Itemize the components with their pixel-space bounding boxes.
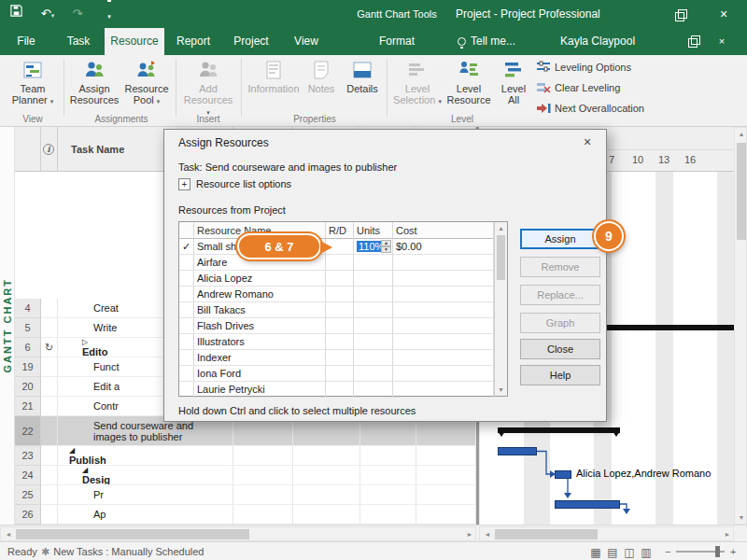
add-resources-button[interactable]: Add Resources ▾ (181, 57, 235, 111)
task-name-cell[interactable]: Ap (58, 505, 233, 525)
scrollbar-thumb[interactable] (737, 143, 746, 240)
view-team-planner-icon[interactable]: ◫ (622, 544, 637, 559)
row-number[interactable]: 24 (15, 466, 41, 485)
resource-row[interactable]: Flash Drives (179, 318, 494, 334)
information-button[interactable]: Information (247, 57, 301, 111)
scrollbar-thumb[interactable] (495, 529, 598, 539)
scrollbar-thumb[interactable] (16, 529, 249, 539)
scroll-right-icon[interactable]: ► (722, 531, 733, 538)
graph-button[interactable]: Graph (520, 313, 600, 333)
notes-button[interactable]: Notes (303, 57, 340, 111)
level-all-button[interactable]: Level All (495, 57, 532, 111)
tab-project[interactable]: Project (222, 28, 280, 55)
resource-row[interactable]: Laurie Petrycki (179, 382, 494, 398)
zoom-slider[interactable] (676, 551, 725, 553)
row-number[interactable]: 21 (15, 397, 41, 416)
new-tasks-status[interactable]: ✱New Tasks : Manually Scheduled (41, 542, 204, 560)
user-account[interactable]: Kayla Claypool (560, 28, 635, 55)
spinner-up-icon[interactable]: ▲ (381, 240, 391, 246)
gantt-horizontal-scrollbar[interactable]: ◄ ► (479, 526, 734, 541)
row-number-header[interactable] (15, 127, 41, 172)
close-pane-icon[interactable]: × (710, 28, 734, 55)
level-selection-button[interactable]: Level Selection ▾ (392, 57, 443, 111)
save-button[interactable] (4, 0, 28, 28)
restore-window-icon[interactable] (665, 0, 697, 28)
scroll-up-icon[interactable]: ▲ (735, 131, 747, 137)
zoom-slider-thumb[interactable] (715, 546, 720, 557)
leveling-options-button[interactable]: Leveling Options (536, 58, 676, 77)
resource-row[interactable]: Indexer (179, 350, 494, 366)
level-resource-button[interactable]: Level Resource (444, 57, 493, 111)
row-number[interactable]: 5 (15, 318, 41, 338)
task-name-cell[interactable]: ◢Publish (58, 446, 233, 466)
assign-button[interactable]: Assign (520, 229, 600, 249)
resource-row[interactable]: Andrew Romano (179, 287, 494, 302)
tab-task[interactable]: Task (52, 28, 105, 55)
resource-row[interactable]: Alicia Lopez (179, 271, 494, 287)
expand-triangle-icon[interactable]: ◢ (69, 446, 104, 455)
clear-leveling-button[interactable]: Clear Leveling (536, 78, 676, 97)
units-field[interactable]: 110% ▲▼ (354, 239, 393, 255)
resource-pool-button[interactable]: Resource Pool ▾ (121, 57, 172, 111)
spinner-down-icon[interactable]: ▼ (381, 246, 391, 253)
collapse-triangle-icon[interactable]: ▷ (82, 338, 106, 346)
view-usage-icon[interactable]: ▤ (605, 544, 620, 559)
row-number[interactable]: 20 (15, 377, 41, 397)
scroll-down-icon[interactable]: ▼ (495, 386, 507, 393)
view-sheet-icon[interactable]: ▥ (639, 544, 654, 559)
tab-format[interactable]: Format (347, 28, 446, 55)
scroll-left-icon[interactable]: ◄ (482, 531, 493, 538)
scroll-left-icon[interactable]: ◄ (3, 531, 14, 538)
scroll-right-icon[interactable]: ► (464, 531, 475, 538)
row-number[interactable]: 23 (15, 446, 41, 466)
replace-button[interactable]: Replace... (520, 285, 600, 305)
row-number[interactable]: 4 (15, 299, 41, 318)
row-number[interactable]: 19 (15, 357, 41, 377)
remove-button[interactable]: Remove (520, 257, 600, 277)
resource-row[interactable]: Iona Ford (179, 366, 494, 382)
customize-qat-button[interactable]: ▾ (97, 0, 121, 28)
task-name-cell[interactable]: Pr (58, 485, 233, 505)
zoom-in-button[interactable]: + (730, 542, 736, 560)
table-row[interactable]: 25 Pr (15, 485, 476, 505)
resource-row[interactable]: Illustrators (179, 334, 494, 350)
scroll-up-icon[interactable]: ▲ (495, 225, 507, 231)
help-button[interactable]: Help (520, 365, 600, 385)
table-row[interactable]: 26 Ap (15, 505, 476, 525)
row-number[interactable]: 22 (15, 416, 41, 446)
row-number[interactable]: 26 (15, 505, 41, 525)
resource-row-selected[interactable]: ✓ Small sh 110% ▲▼ $0.00 (179, 239, 494, 255)
popout-icon[interactable] (682, 28, 706, 55)
tab-file[interactable]: File (0, 28, 52, 55)
undo-button[interactable]: ↶▾ (34, 0, 62, 28)
zoom-out-button[interactable]: − (665, 542, 670, 560)
task-name-cell[interactable]: ◢Desig (58, 466, 233, 485)
tab-report[interactable]: Report (164, 28, 222, 55)
assign-resources-button[interactable]: Assign Resources (69, 57, 120, 111)
tab-resource[interactable]: Resource (105, 28, 164, 55)
row-number[interactable]: 25 (15, 485, 41, 505)
tell-me-button[interactable]: Tell me... (458, 28, 515, 55)
view-gantt-icon[interactable]: ▦ (588, 544, 603, 559)
scroll-down-icon[interactable]: ▼ (735, 514, 747, 521)
resource-row[interactable]: Bill Takacs (179, 302, 494, 318)
team-planner-button[interactable]: Team Planner ▾ (6, 57, 60, 111)
redo-button[interactable]: ↷ (65, 0, 90, 28)
dialog-close-icon[interactable]: × (573, 133, 601, 151)
table-horizontal-scrollbar[interactable]: ◄ ► (0, 526, 476, 541)
table-row[interactable]: 24 ◢Desig (15, 466, 476, 485)
units-spinner[interactable]: ▲▼ (381, 240, 391, 253)
row-number[interactable]: 6 (15, 338, 41, 357)
table-row[interactable]: 23 ◢Publish (15, 446, 476, 466)
expand-options-icon[interactable]: + (178, 178, 190, 190)
next-overallocation-button[interactable]: Next Overallocation (536, 99, 676, 118)
scrollbar-thumb[interactable] (497, 235, 505, 280)
indicator-column-header[interactable]: i (41, 127, 58, 172)
close-button[interactable]: Close (520, 339, 600, 359)
dialog-list-scrollbar[interactable]: ▲ ▼ (494, 222, 507, 396)
close-window-icon[interactable]: × (708, 0, 740, 28)
details-button[interactable]: Details (342, 57, 383, 111)
resource-row[interactable]: Airfare (179, 255, 494, 271)
vertical-scrollbar[interactable]: ▲ ▼ (734, 127, 747, 525)
tab-view[interactable]: View (280, 28, 332, 55)
